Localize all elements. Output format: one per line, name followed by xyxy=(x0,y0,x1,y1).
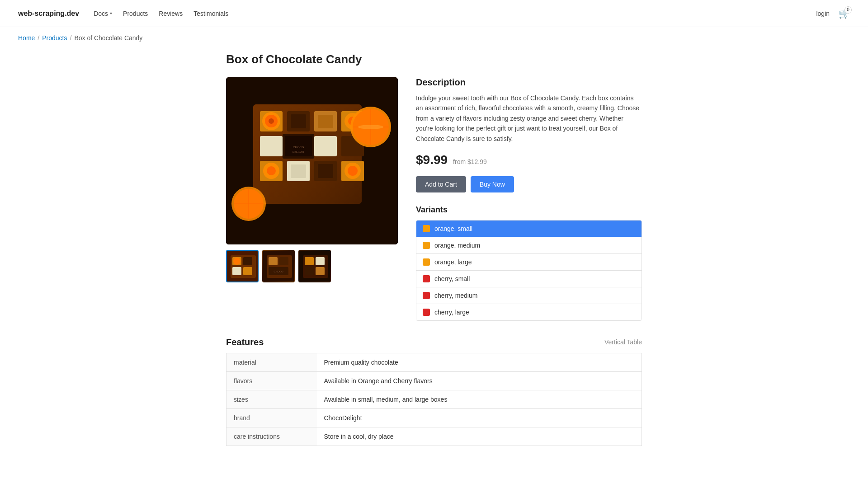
svg-rect-8 xyxy=(291,114,306,128)
feature-row: brandChocoDelight xyxy=(226,408,642,427)
features-title: Features xyxy=(226,337,264,347)
variant-label: cherry, small xyxy=(434,275,470,282)
features-table: materialPremium quality chocolateflavors… xyxy=(226,353,642,446)
svg-point-30 xyxy=(348,166,358,176)
nav-docs-label: Docs xyxy=(94,10,108,17)
variant-label: cherry, large xyxy=(434,309,469,316)
svg-point-43 xyxy=(233,258,241,265)
svg-rect-49 xyxy=(269,257,278,265)
nav-links: Docs ▾ Products Reviews Testimonials xyxy=(94,10,228,17)
image-placeholder: CHOCO DELIGHT xyxy=(226,77,398,244)
breadcrumb-products[interactable]: Products xyxy=(42,34,67,42)
variant-item[interactable]: orange, large xyxy=(416,254,642,271)
price-section: $9.99 from $12.99 xyxy=(416,153,642,167)
variant-item[interactable]: orange, medium xyxy=(416,237,642,254)
action-buttons: Add to Cart Buy Now xyxy=(416,176,642,192)
features-view-label: Vertical Table xyxy=(604,338,642,346)
features-header: Features Vertical Table xyxy=(226,337,642,347)
feature-row: flavorsAvailable in Orange and Cherry fl… xyxy=(226,371,642,390)
breadcrumb: Home / Products / Box of Chocolate Candy xyxy=(0,27,868,45)
feature-key: care instructions xyxy=(226,427,317,446)
svg-rect-46 xyxy=(243,267,252,275)
variant-item[interactable]: cherry, medium xyxy=(416,287,642,304)
navbar-right: login 🛒 0 xyxy=(816,8,850,19)
product-info: Description Indulge your sweet tooth wit… xyxy=(416,77,642,321)
original-price: from $12.99 xyxy=(453,158,487,165)
navbar-left: web-scraping.dev Docs ▾ Products Reviews… xyxy=(18,9,228,18)
thumbnail-1[interactable] xyxy=(226,250,259,282)
nav-docs[interactable]: Docs ▾ xyxy=(94,10,112,17)
svg-rect-14 xyxy=(260,136,283,156)
svg-rect-57 xyxy=(305,267,314,275)
variant-label: orange, small xyxy=(434,225,472,232)
svg-text:CHOCO: CHOCO xyxy=(274,270,283,273)
feature-value: ChocoDelight xyxy=(317,408,642,427)
variant-color-dot xyxy=(423,275,430,282)
svg-rect-44 xyxy=(243,257,252,265)
svg-rect-25 xyxy=(291,164,306,178)
feature-value: Store in a cool, dry place xyxy=(317,427,642,446)
variant-item[interactable]: cherry, small xyxy=(416,271,642,287)
svg-text:DELIGHT: DELIGHT xyxy=(292,150,304,153)
variant-color-dot xyxy=(423,225,430,232)
breadcrumb-sep-2: / xyxy=(70,34,72,42)
main-container: Box of Chocolate Candy xyxy=(208,45,660,464)
variant-item[interactable]: orange, small xyxy=(416,221,642,237)
cart-button[interactable]: 🛒 0 xyxy=(839,8,850,19)
description-title: Description xyxy=(416,77,642,88)
chevron-down-icon: ▾ xyxy=(110,11,112,16)
svg-point-23 xyxy=(267,166,276,175)
breadcrumb-home[interactable]: Home xyxy=(18,34,35,42)
variant-item[interactable]: cherry, large xyxy=(416,304,642,320)
page-title: Box of Chocolate Candy xyxy=(226,52,642,66)
feature-key: brand xyxy=(226,408,317,427)
variant-label: orange, medium xyxy=(434,242,480,249)
svg-point-6 xyxy=(269,118,274,124)
add-to-cart-button[interactable]: Add to Cart xyxy=(416,176,466,192)
variant-label: cherry, medium xyxy=(434,292,477,299)
nav-products[interactable]: Products xyxy=(123,10,148,17)
product-image-svg: CHOCO DELIGHT xyxy=(226,77,398,244)
thumbnails: CHOCO xyxy=(226,250,398,282)
features-section: Features Vertical Table materialPremium … xyxy=(226,337,642,446)
breadcrumb-sep-1: / xyxy=(38,34,39,42)
login-link[interactable]: login xyxy=(816,10,830,17)
feature-row: materialPremium quality chocolate xyxy=(226,353,642,371)
thumbnail-2[interactable]: CHOCO xyxy=(262,250,295,282)
nav-reviews[interactable]: Reviews xyxy=(159,10,183,17)
breadcrumb-current: Box of Chocolate Candy xyxy=(74,34,142,42)
variant-color-dot xyxy=(423,242,430,249)
feature-row: sizesAvailable in small, medium, and lar… xyxy=(226,390,642,408)
variant-color-dot xyxy=(423,258,430,266)
variants-title: Variants xyxy=(416,205,642,215)
product-layout: CHOCO DELIGHT xyxy=(226,77,642,321)
feature-key: material xyxy=(226,353,317,371)
feature-key: flavors xyxy=(226,371,317,390)
current-price: $9.99 xyxy=(416,153,448,167)
svg-text:CHOCO: CHOCO xyxy=(293,145,304,149)
main-product-image: CHOCO DELIGHT xyxy=(226,77,398,244)
svg-rect-58 xyxy=(316,267,325,275)
image-section: CHOCO DELIGHT xyxy=(226,77,398,282)
navbar: web-scraping.dev Docs ▾ Products Reviews… xyxy=(0,0,868,27)
thumbnail-3[interactable] xyxy=(298,250,331,282)
variant-label: orange, large xyxy=(434,258,472,266)
feature-key: sizes xyxy=(226,390,317,408)
svg-rect-10 xyxy=(318,115,333,128)
feature-value: Premium quality chocolate xyxy=(317,353,642,371)
variant-color-dot xyxy=(423,309,430,316)
cart-count: 0 xyxy=(844,6,852,14)
brand-logo: web-scraping.dev xyxy=(18,9,79,18)
svg-point-35 xyxy=(358,125,383,129)
nav-testimonials[interactable]: Testimonials xyxy=(193,10,228,17)
description-text: Indulge your sweet tooth with our Box of… xyxy=(416,93,642,144)
thumbnail-2-image: CHOCO xyxy=(263,251,295,282)
buy-now-button[interactable]: Buy Now xyxy=(471,176,514,192)
variant-color-dot xyxy=(423,292,430,299)
feature-value: Available in small, medium, and large bo… xyxy=(317,390,642,408)
svg-rect-27 xyxy=(318,164,333,178)
variants-list: orange, smallorange, mediumorange, large… xyxy=(416,220,642,321)
thumbnail-3-image xyxy=(299,251,331,282)
svg-rect-55 xyxy=(305,257,314,265)
svg-rect-45 xyxy=(232,267,241,275)
